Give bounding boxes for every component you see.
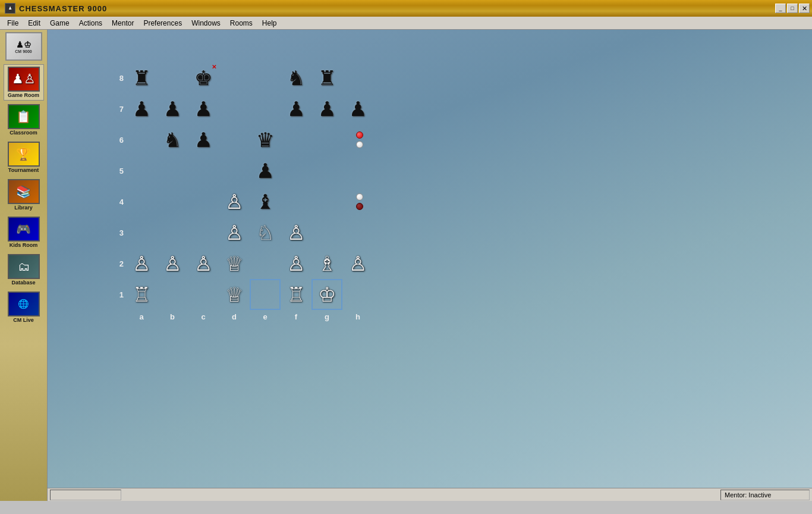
cell-f1[interactable]: ♖ [281,279,311,310]
cell-g6[interactable] [311,124,342,155]
cell-g3[interactable] [311,217,342,248]
cell-d3[interactable]: ♙ [219,217,250,248]
cell-f6[interactable] [281,124,311,155]
cell-c7[interactable]: ♟ [188,93,219,124]
menu-file[interactable]: File [2,18,23,29]
cell-c5[interactable] [188,155,219,186]
sidebar-logo[interactable]: ♟♔ CM 9000 [5,32,42,61]
cell-h2[interactable]: ♙ [342,248,373,279]
piece-e6: ♛ [256,130,274,150]
cell-e1[interactable] [250,279,281,310]
cell-d1[interactable]: ♕ [219,279,250,310]
cell-g8[interactable]: ♜ [311,62,342,93]
marker-red-h6 [356,131,363,139]
cell-f3[interactable]: ♙ [281,217,311,248]
cell-c3[interactable] [188,217,219,248]
cell-a7[interactable]: ♟ [126,93,157,124]
cell-b7[interactable]: ♟ [157,93,188,124]
cell-a5[interactable] [126,155,157,186]
cell-e3[interactable]: ♘ [250,217,281,248]
title-bar: ♟ CHESSMASTER 9000 _ □ ✕ [0,0,812,17]
cell-d2[interactable]: ♕ [219,248,250,279]
cell-h5[interactable] [342,155,373,186]
cell-g1[interactable]: ♔ [311,279,342,310]
cell-a6[interactable] [126,124,157,155]
cell-f5[interactable] [281,155,311,186]
menu-edit[interactable]: Edit [23,18,45,29]
menu-windows[interactable]: Windows [187,18,225,29]
cell-h1[interactable] [342,279,373,310]
piece-b2: ♙ [163,253,181,274]
cell-a8[interactable]: ♜ [126,62,157,93]
window-controls[interactable]: _ □ ✕ [775,4,810,13]
sidebar-item-tournament[interactable]: 🏆 Tournament [4,139,44,175]
cell-f4[interactable] [281,186,311,217]
rank-5-row: 5 ♟ [113,155,373,186]
menu-preferences[interactable]: Preferences [139,18,187,29]
cell-c2[interactable]: ♙ [188,248,219,279]
cell-d8[interactable] [219,62,250,93]
cell-c6[interactable]: ♟ [188,124,219,155]
cell-c4[interactable] [188,186,219,217]
status-left [50,490,121,500]
cell-h6[interactable] [342,124,373,155]
cell-e7[interactable] [250,93,281,124]
cell-h3[interactable] [342,217,373,248]
cell-g2[interactable]: ♗ [311,248,342,279]
kids-room-icon: 🎮 [8,217,40,242]
sidebar-item-database[interactable]: 🗂 Database [4,252,44,288]
cell-f8[interactable]: ♞ [281,62,311,93]
cell-g7[interactable]: ♟ [311,93,342,124]
cell-b3[interactable] [157,217,188,248]
cell-e6[interactable]: ♛ [250,124,281,155]
menu-actions[interactable]: Actions [74,18,107,29]
menu-rooms[interactable]: Rooms [225,18,257,29]
cell-b1[interactable] [157,279,188,310]
minimize-button[interactable]: _ [775,4,786,13]
cell-b2[interactable]: ♙ [157,248,188,279]
piece-a1: ♖ [133,284,150,305]
cell-h4[interactable] [342,186,373,217]
cell-h8[interactable] [342,62,373,93]
cell-a3[interactable] [126,217,157,248]
cell-a2[interactable]: ♙ [126,248,157,279]
cell-h7[interactable]: ♟ [342,93,373,124]
cell-d5[interactable] [219,155,250,186]
marker-white-h6 [356,141,363,148]
cell-f2[interactable]: ♙ [281,248,311,279]
cell-b5[interactable] [157,155,188,186]
sidebar-item-library[interactable]: 📚 Library [4,177,44,213]
cell-b4[interactable] [157,186,188,217]
cell-d6[interactable] [219,124,250,155]
classroom-label: Classroom [10,130,37,136]
piece-a7: ♟ [133,99,150,119]
cell-g4[interactable] [311,186,342,217]
cell-e4[interactable]: ♝ [250,186,281,217]
sidebar-item-kids-room[interactable]: 🎮 Kids Room [4,214,44,250]
cell-c8[interactable]: ♚ ✕ [188,62,219,93]
file-label-c: c [188,312,219,321]
restore-button[interactable]: □ [787,4,798,13]
cell-a1[interactable]: ♖ [126,279,157,310]
piece-c7: ♟ [194,99,212,119]
sidebar-item-classroom[interactable]: 📋 Classroom [4,102,44,138]
cell-f7[interactable]: ♟ [281,93,311,124]
cell-e2[interactable] [250,248,281,279]
sidebar-item-cmlive[interactable]: 🌐 CM Live [4,289,44,325]
cell-b6[interactable]: ♞ [157,124,188,155]
file-label-e: e [250,312,281,321]
menu-mentor[interactable]: Mentor [107,18,139,29]
sidebar-item-game-room[interactable]: ♟♙ Game Room [4,64,44,101]
cell-e5[interactable]: ♟ [250,155,281,186]
cell-b8[interactable] [157,62,188,93]
cell-d4[interactable]: ♙ [219,186,250,217]
cell-d7[interactable] [219,93,250,124]
cell-a4[interactable] [126,186,157,217]
menu-game[interactable]: Game [45,18,74,29]
cell-e8[interactable] [250,62,281,93]
cell-c1[interactable] [188,279,219,310]
menu-help[interactable]: Help [257,18,282,29]
cell-g5[interactable] [311,155,342,186]
close-button[interactable]: ✕ [799,4,810,13]
chess-board[interactable]: 8 ♜ ♚ ✕ ♞ [113,62,373,321]
